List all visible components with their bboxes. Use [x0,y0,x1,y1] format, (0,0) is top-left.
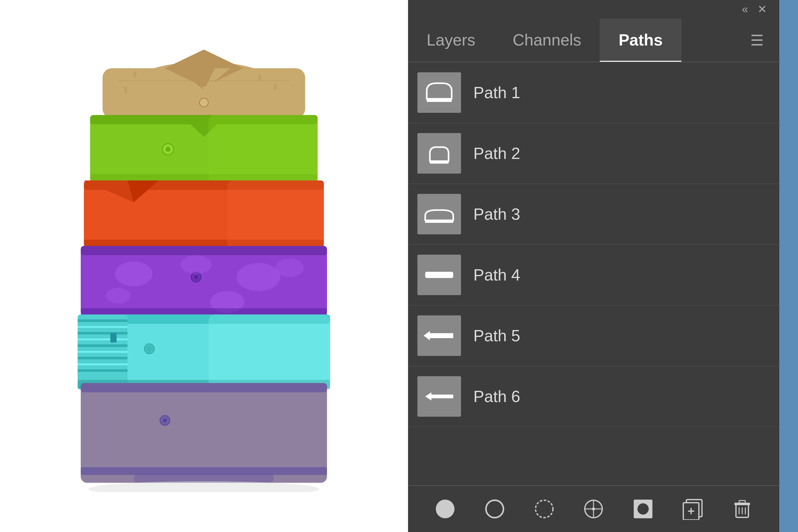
path-item-2[interactable]: Path 2 [408,123,779,184]
path-3-label: Path 3 [474,205,520,224]
canvas-area [0,0,408,532]
svg-point-79 [535,500,553,518]
tabs-row: Layers Channels Paths ☰ [408,19,779,62]
close-icon[interactable]: ✕ [758,3,767,16]
path-5-label: Path 5 [474,326,520,345]
svg-point-5 [200,98,208,107]
svg-point-57 [163,419,167,422]
right-panel: « ✕ Layers Channels Paths ☰ [408,0,779,532]
svg-rect-66 [425,220,453,223]
stroke-path-button[interactable] [481,495,509,523]
path-1-label: Path 1 [474,83,520,102]
svg-rect-76 [448,395,453,398]
path-item-4[interactable]: Path 4 [408,245,779,305]
svg-point-83 [592,507,595,511]
path-2-thumbnail [417,133,461,174]
path-6-thumbnail [417,376,461,417]
add-mask-button[interactable] [629,495,657,523]
paths-list: Path 1 Path 2 [408,62,779,485]
svg-rect-74 [432,395,449,398]
path-5-thumbnail [417,316,461,356]
svg-rect-7 [134,71,136,78]
svg-rect-70 [430,333,449,338]
tab-channels[interactable]: Channels [494,19,600,62]
svg-rect-8 [259,75,261,81]
panel-menu-button[interactable]: ☰ [735,19,779,62]
path-item-3[interactable]: Path 3 [408,184,779,245]
svg-rect-25 [81,246,327,255]
svg-point-27 [194,275,198,279]
svg-point-78 [486,500,504,518]
scrollbar[interactable] [779,0,798,532]
svg-rect-53 [209,315,330,389]
delete-path-button[interactable] [728,495,756,523]
panel-topbar: « ✕ [408,0,779,19]
path-item-1[interactable]: Path 1 [408,62,779,123]
svg-point-30 [236,263,280,291]
scroll-back-icon[interactable]: « [742,3,748,16]
shirt-stack-image [71,40,336,492]
svg-point-77 [436,499,455,518]
svg-rect-92 [739,500,745,503]
path-2-label: Path 2 [474,144,520,163]
svg-point-28 [115,262,152,286]
fill-path-button[interactable] [431,495,459,523]
svg-rect-10 [125,87,127,93]
svg-rect-64 [430,161,449,164]
path-4-thumbnail [417,254,461,295]
svg-rect-17 [209,115,318,184]
svg-rect-9 [274,84,277,90]
path-4-label: Path 4 [474,266,520,284]
load-selection-button[interactable] [530,495,558,523]
path-3-thumbnail [417,194,461,234]
svg-rect-72 [447,333,453,338]
svg-rect-23 [227,180,324,249]
svg-rect-68 [425,272,453,278]
path-1-thumbnail [417,72,461,113]
svg-point-85 [638,503,649,515]
svg-rect-62 [427,99,452,102]
svg-point-60 [89,481,319,492]
svg-point-31 [106,288,131,304]
svg-point-29 [180,255,212,274]
tab-paths[interactable]: Paths [600,19,681,62]
path-item-6[interactable]: Path 6 [408,366,779,427]
make-work-path-button[interactable] [580,495,608,523]
tab-layers[interactable]: Layers [408,19,494,62]
svg-rect-51 [110,333,117,343]
bottom-toolbar [408,485,779,532]
svg-rect-55 [81,383,327,392]
path-6-label: Path 6 [474,387,520,406]
new-path-button[interactable] [679,495,707,523]
svg-rect-63 [420,136,458,170]
path-item-5[interactable]: Path 5 [408,305,779,366]
svg-point-33 [276,258,304,277]
svg-point-15 [166,147,171,152]
